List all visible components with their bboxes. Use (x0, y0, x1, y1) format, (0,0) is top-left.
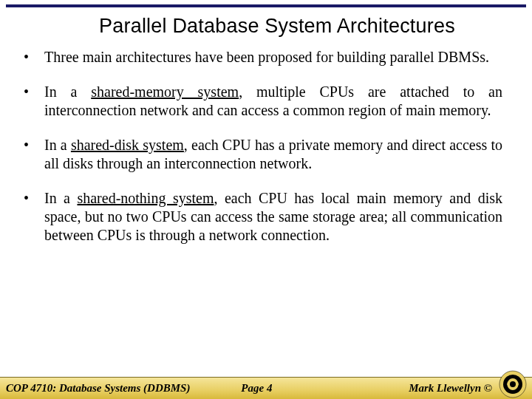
bullet-marker: • (22, 83, 44, 100)
bullet-text: In a shared-nothing system, each CPU has… (44, 189, 502, 245)
slide-title: Parallel Database System Architectures (44, 15, 510, 38)
svg-point-2 (510, 381, 516, 387)
slide-content: • Three main architectures have been pro… (0, 48, 532, 245)
top-rule (6, 4, 526, 7)
bullet-marker: • (22, 136, 44, 154)
footer-page: Page 4 (241, 382, 272, 395)
bullet-item: • In a shared-disk system, each CPU has … (22, 136, 502, 173)
bullet-text: In a shared-memory system, multiple CPUs… (44, 83, 502, 120)
bullet-item: • In a shared-nothing system, each CPU h… (22, 189, 502, 245)
bullet-text: Three main architectures have been propo… (44, 48, 502, 66)
bullet-item: • In a shared-memory system, multiple CP… (22, 83, 502, 120)
footer-course: COP 4710: Database Systems (DDBMS) (0, 382, 190, 395)
footer-author: Mark Llewellyn © (409, 382, 492, 395)
footer-bar: COP 4710: Database Systems (DDBMS) Page … (0, 377, 532, 399)
bullet-item: • Three main architectures have been pro… (22, 48, 502, 66)
bullet-marker: • (22, 189, 44, 207)
bullet-text: In a shared-disk system, each CPU has a … (44, 136, 502, 173)
ucf-logo-icon (498, 369, 528, 399)
bullet-marker: • (22, 48, 44, 66)
